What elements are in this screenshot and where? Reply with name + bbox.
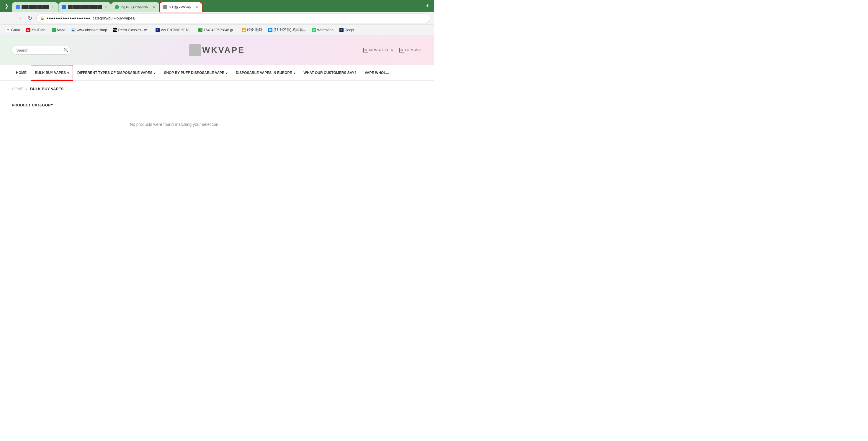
tab1-close[interactable]: × [51, 4, 54, 10]
tab1-label: ████████████ [22, 5, 49, 9]
bookmarks-bar: M Gmail ▶ YouTube 📍 Maps 👟 www.oldsnkrs.… [0, 25, 434, 35]
bookmark-youtube-label: YouTube [32, 28, 45, 32]
bookmark-gmail-label: Gmail [11, 28, 20, 32]
youtube-favicon: ▶ [26, 28, 30, 32]
nav-customers-say[interactable]: WHAT OUR CUSTOMERS SAY? [300, 65, 361, 81]
logo-image [189, 44, 201, 56]
whatsapp-favicon: ✉ [312, 28, 316, 32]
contact-link[interactable]: ✉ CONTACT [399, 48, 422, 53]
oldsnkrs-favicon: 👟 [71, 28, 75, 32]
browser-tab-3[interactable]: log in · Quizapedia... × [111, 2, 159, 12]
bookmark-convert[interactable]: ⇄ 转换 鞋码 [239, 27, 265, 33]
retro-favicon: ACE [113, 28, 117, 32]
nav-bulk-buy-vapes-label: BULK BUY VAPES [35, 71, 66, 75]
newsletter-link[interactable]: ✉ NEWSLETTER [363, 48, 394, 53]
bookmark-whatsapp[interactable]: ✉ WhatsApp [310, 27, 336, 33]
site-search-bar[interactable]: 🔍 [12, 46, 71, 55]
tab-list: ████████████ × ███████████████ × log in … [12, 0, 422, 12]
address-lock-icon: 🔒 [40, 16, 44, 20]
convert-favicon: ⇄ [242, 28, 246, 32]
newsletter-label: NEWSLETTER [369, 48, 394, 52]
newsletter-icon: ✉ [363, 48, 368, 53]
tab4-close[interactable]: × [195, 4, 198, 10]
forward-button[interactable]: → [15, 14, 24, 23]
bookmark-retro[interactable]: ACE Retro Classics - w... [111, 27, 152, 33]
breadcrumb-separator: / [26, 87, 27, 91]
no-products-message: No products were found matching your sel… [130, 122, 422, 127]
address-text: ●●●●●●●●●●●●●●●●●●● .category/bulk-buy-v… [46, 16, 427, 20]
site-header-right: ✉ NEWSLETTER ✉ CONTACT [363, 48, 422, 53]
product-category-divider [12, 110, 21, 110]
search-icon: 🔍 [63, 48, 68, 53]
new-tab-button[interactable]: + [423, 3, 432, 9]
browser-tab-2[interactable]: ███████████████ × [58, 2, 111, 12]
bookmark-deepl[interactable]: D DeepL... [337, 27, 360, 33]
tab3-favicon [115, 5, 119, 9]
bookmark-gmail[interactable]: M Gmail [4, 27, 23, 33]
back-button[interactable]: ← [4, 14, 12, 23]
browser-tab-4[interactable]: sl归档 - Wkvap... × [160, 2, 202, 12]
nav-disposable-europe-label: DISPOSABLE VAPES IN EUROPE [236, 71, 292, 75]
bookmark-oldsnkrs-label: www.oldsnkrs.shop [77, 28, 107, 32]
breadcrumb: HOME / BULK BUY VAPES [0, 81, 434, 97]
tab-dropdown-button[interactable]: ❯ [2, 2, 11, 10]
tab4-label: sl归档 - Wkvap... [169, 5, 194, 9]
site-main-content: PRODUCT CATEGORY No products were found … [0, 97, 434, 144]
bookmark-valentino[interactable]: B VALENTINO 5018... [153, 27, 195, 33]
valentino-favicon: B [156, 28, 160, 32]
bookmark-zhihu[interactable]: 知 (11 封私信) 机构首... [266, 27, 308, 33]
nav-disposable-europe[interactable]: DISPOSABLE VAPES IN EUROPE ∨ [232, 65, 299, 81]
site-logo: WKVAPE [189, 44, 245, 56]
bookmark-zhihu-label: (11 封私信) 机构首... [274, 27, 306, 32]
browser-tab-1[interactable]: ████████████ × [12, 2, 58, 12]
nav-home[interactable]: HOME [12, 65, 31, 81]
gmail-favicon: M [6, 28, 10, 32]
bookmark-retro-label: Retro Classics - w... [118, 28, 150, 32]
browser-top-bar: ❯ ████████████ × ███████████████ × log i… [0, 0, 434, 12]
bookmark-valentino-label: VALENTINO 5018... [161, 28, 192, 32]
bookmark-oldsnkrs[interactable]: 👟 www.oldsnkrs.shop [69, 27, 110, 33]
tab4-favicon [163, 5, 167, 9]
tab1-favicon [16, 5, 20, 9]
nav-shop-by-puff-label: SHOP BY PUFF DISPOSABLE VAPE [164, 71, 224, 75]
tab3-close[interactable]: × [152, 4, 156, 10]
bookmark-convert-label: 转换 鞋码 [247, 27, 262, 32]
tab2-label: ███████████████ [68, 5, 102, 9]
breadcrumb-current: BULK BUY VAPES [30, 87, 64, 91]
bookmark-maps[interactable]: 📍 Maps [49, 27, 68, 33]
tab3-label: log in · Quizapedia... [121, 5, 150, 9]
bookmark-phone-label: 1640422539848.jp... [204, 28, 236, 32]
address-bar[interactable]: 🔒 ●●●●●●●●●●●●●●●●●●● .category/bulk-buy… [36, 13, 430, 23]
bulk-buy-dropdown-icon: ∨ [67, 71, 69, 75]
tab2-favicon [62, 5, 66, 9]
nav-vape-wholesale[interactable]: VAPE WHOL... [361, 65, 393, 81]
nav-shop-by-puff[interactable]: SHOP BY PUFF DISPOSABLE VAPE ∨ [160, 65, 232, 81]
nav-different-types-label: DIFFERENT TYPES OF DISPOSABLE VAPES [77, 71, 152, 75]
browser-address-bar: ← → ↻ 🔒 ●●●●●●●●●●●●●●●●●●● .category/bu… [0, 12, 434, 25]
bookmark-whatsapp-label: WhatsApp [317, 28, 334, 32]
nav-different-types[interactable]: DIFFERENT TYPES OF DISPOSABLE VAPES ∨ [73, 65, 160, 81]
phone-favicon: 📞 [198, 28, 203, 32]
tab2-close[interactable]: × [104, 4, 107, 10]
breadcrumb-home[interactable]: HOME [12, 87, 23, 91]
bookmark-phone[interactable]: 📞 1640422539848.jp... [196, 27, 238, 33]
different-types-dropdown-icon: ∨ [153, 71, 156, 75]
maps-favicon: 📍 [52, 28, 56, 32]
bookmark-maps-label: Maps [57, 28, 65, 32]
logo-text: WKVAPE [202, 45, 245, 55]
shop-by-puff-dropdown-icon: ∨ [225, 71, 227, 75]
nav-bulk-buy-vapes[interactable]: BULK BUY VAPES ∨ [31, 65, 73, 81]
site-header: 🔍 WKVAPE ✉ NEWSLETTER ✉ CONTACT [0, 35, 434, 65]
disposable-europe-dropdown-icon: ∨ [293, 71, 296, 75]
product-category-title: PRODUCT CATEGORY [12, 103, 422, 107]
contact-label: CONTACT [405, 48, 422, 52]
search-input[interactable] [16, 48, 63, 53]
site-navigation: HOME BULK BUY VAPES ∨ DIFFERENT TYPES OF… [0, 65, 434, 81]
contact-icon: ✉ [399, 48, 404, 53]
zhihu-favicon: 知 [268, 28, 272, 32]
reload-button[interactable]: ↻ [26, 14, 34, 23]
bookmark-youtube[interactable]: ▶ YouTube [24, 27, 48, 33]
deepl-favicon: D [339, 28, 344, 32]
bookmark-deepl-label: DeepL... [345, 28, 358, 32]
